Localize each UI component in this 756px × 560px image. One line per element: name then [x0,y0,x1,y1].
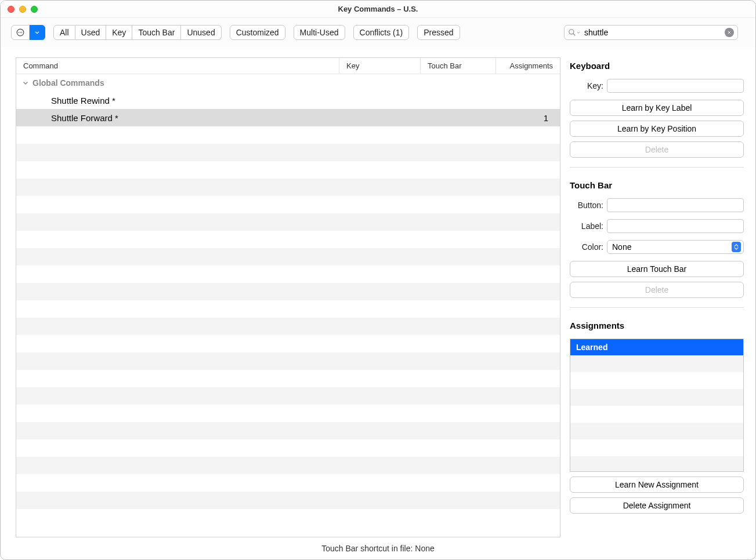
search-icon [568,28,576,37]
table-row [16,144,560,161]
table-row [16,266,560,283]
search-field[interactable] [564,25,738,40]
chevron-down-icon [34,30,40,35]
window-title: Key Commands – U.S. [1,5,755,13]
label-row: Label: [570,219,744,233]
group-row[interactable]: Global Commands [16,74,560,92]
button-field[interactable] [607,198,744,212]
filter-all[interactable]: All [53,25,75,40]
table-rows: Global Commands Shuttle Rewind * Shuttle… [16,74,560,537]
list-item [570,423,743,439]
group-label: Global Commands [29,78,560,88]
popup-arrows-icon [732,242,741,252]
table-row [16,213,560,231]
table-row [16,196,560,213]
x-icon [727,30,732,35]
filter-segmented: All Used Key Touch Bar Unused [53,25,222,40]
divider [570,307,744,308]
touchbar-delete-button[interactable]: Delete [570,282,744,298]
conflicts-button[interactable]: Conflicts (1) [353,25,410,40]
table-row [16,318,560,335]
table-row [16,370,560,387]
table-row [16,387,560,405]
table-row [16,161,560,179]
table-row [16,231,560,248]
table-header: Command Key Touch Bar Assignments [16,58,560,74]
list-item [570,406,743,423]
customized-button[interactable]: Customized [230,25,285,40]
table-row [16,335,560,352]
status-text: Touch Bar shortcut in file: None [321,544,435,553]
filter-unused[interactable]: Unused [181,25,221,40]
learn-new-assignment-button[interactable]: Learn New Assignment [570,477,744,493]
svg-point-1 [19,32,20,33]
options-menu-button[interactable] [11,25,30,40]
command-cell: Shuttle Forward * [16,113,339,123]
commands-table: Command Key Touch Bar Assignments Global… [16,57,560,537]
color-row: Color: None [570,240,744,254]
list-item [570,389,743,406]
multi-used-button[interactable]: Multi-Used [294,25,345,40]
key-label: Key: [570,81,603,90]
search-input[interactable] [581,28,725,37]
list-item [570,355,743,372]
filter-used[interactable]: Used [75,25,107,40]
table-row [16,126,560,144]
table-row[interactable]: Shuttle Rewind * [16,92,560,109]
inspector-panel: Keyboard Key: Learn by Key Label Learn b… [570,57,744,537]
learn-key-position-button[interactable]: Learn by Key Position [570,121,744,137]
content-area: Command Key Touch Bar Assignments Global… [1,47,755,537]
traffic-lights [8,6,38,13]
key-row: Key: [570,79,744,93]
color-label: Color: [570,242,603,252]
list-item [570,456,743,472]
keyboard-delete-button[interactable]: Delete [570,141,744,158]
close-icon[interactable] [8,6,15,13]
key-field[interactable] [607,79,744,93]
svg-point-3 [21,32,23,33]
svg-point-2 [20,32,21,33]
options-menu-group [11,25,45,40]
chevron-down-icon [22,79,29,86]
status-bar: Touch Bar shortcut in file: None [1,537,755,559]
assignments-section-title: Assignments [570,321,744,330]
filter-key[interactable]: Key [106,25,132,40]
column-assignments[interactable]: Assignments [496,58,560,74]
assignments-list[interactable]: Learned [570,339,744,472]
table-row[interactable]: Shuttle Forward * 1 [16,109,560,126]
label-field[interactable] [607,219,744,233]
learn-key-label-button[interactable]: Learn by Key Label [570,100,744,116]
color-popup[interactable]: None [607,240,744,254]
table-row [16,509,560,526]
touchbar-section-title: Touch Bar [570,180,744,190]
table-row [16,474,560,492]
delete-assignment-button[interactable]: Delete Assignment [570,497,744,514]
table-row [16,248,560,266]
window-titlebar: Key Commands – U.S. [1,1,755,18]
zoom-icon[interactable] [31,6,38,13]
color-value: None [612,242,631,252]
filter-touchbar[interactable]: Touch Bar [132,25,181,40]
column-command[interactable]: Command [16,58,339,74]
table-row [16,439,560,457]
table-row [16,300,560,318]
assignments-list-header[interactable]: Learned [570,339,743,355]
learn-touchbar-button[interactable]: Learn Touch Bar [570,261,744,277]
table-row [16,352,560,370]
table-row [16,405,560,422]
list-item [570,439,743,456]
svg-line-5 [573,34,576,36]
table-row [16,422,560,439]
column-key[interactable]: Key [339,58,421,74]
chevron-down-icon [576,30,581,35]
svg-point-4 [569,30,574,34]
pressed-button[interactable]: Pressed [417,25,460,40]
minimize-icon[interactable] [19,6,26,13]
options-menu-dropdown[interactable] [30,25,45,40]
search-clear-button[interactable] [725,28,734,37]
ellipsis-circle-icon [16,28,24,37]
column-touchbar[interactable]: Touch Bar [421,58,496,74]
disclosure-triangle[interactable] [16,79,29,86]
button-label: Button: [570,201,603,210]
toolbar: All Used Key Touch Bar Unused Customized… [1,18,755,47]
